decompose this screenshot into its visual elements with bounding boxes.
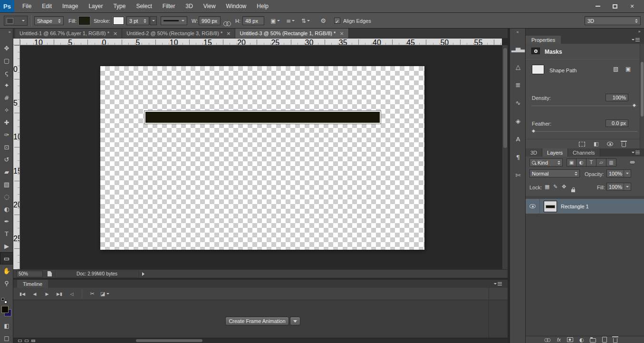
properties-scrollbar-thumb[interactable] (641, 62, 644, 117)
stroke-swatch[interactable] (113, 17, 124, 25)
clone-source-panel-icon[interactable]: ✄ (510, 166, 526, 184)
status-menu-arrow-icon[interactable] (142, 272, 144, 276)
navigator-panel-icon[interactable]: △ (510, 58, 526, 76)
play-button[interactable]: ▶ (41, 289, 53, 299)
mask-from-selection-icon[interactable] (579, 142, 585, 147)
path-alignment-button[interactable]: ≡ (284, 16, 297, 25)
feather-field[interactable]: 0.0 px (606, 119, 628, 127)
delete-mask-icon[interactable] (622, 142, 626, 147)
document-info[interactable]: Doc: 2.99M/0 bytes (55, 271, 139, 277)
create-frame-animation-dropdown[interactable] (290, 317, 300, 325)
align-edges-checkbox[interactable]: ✓ (334, 18, 340, 24)
timeline-panel-menu-icon[interactable] (494, 282, 502, 285)
lock-paint-icon[interactable]: ✎ (553, 184, 557, 190)
fill-opacity-field[interactable]: 100% (606, 183, 631, 191)
adjustments-panel-icon[interactable]: ≣ (510, 76, 526, 94)
move-tool[interactable]: ✥ (0, 42, 13, 54)
feather-slider-knob[interactable] (531, 129, 536, 134)
character-panel-icon[interactable]: A (510, 130, 526, 148)
timeline-option-icon[interactable] (31, 340, 35, 342)
lock-position-icon[interactable]: ✥ (562, 184, 566, 190)
brush-tool[interactable]: ✑ (0, 128, 13, 141)
gradient-tool[interactable]: ▧ (0, 178, 13, 190)
tab-channels[interactable]: Channels (568, 148, 600, 157)
default-colors-icon[interactable] (1, 298, 7, 304)
styles-panel-icon[interactable]: ◈ (510, 112, 526, 130)
spot-healing-brush-tool[interactable]: ✚ (0, 116, 13, 128)
maximize-button[interactable] (612, 3, 618, 10)
workspace-select[interactable]: 3D (585, 16, 641, 25)
expand-panels-icon[interactable]: « (510, 29, 525, 36)
blur-tool[interactable]: ◌ (0, 190, 13, 203)
opacity-field[interactable]: 100% (606, 169, 631, 177)
layer-visibility-cell[interactable] (526, 199, 540, 214)
feather-slider[interactable] (532, 131, 637, 132)
new-group-icon[interactable] (590, 338, 596, 343)
filter-type-layers-button[interactable]: T (586, 158, 596, 167)
paragraph-panel-icon[interactable]: ¶ (510, 148, 526, 166)
tab-close-icon[interactable]: × (339, 30, 344, 37)
new-adjustment-layer-icon[interactable]: ◐ (579, 337, 584, 343)
previous-frame-button[interactable]: ◀ (29, 289, 41, 299)
menu-item-image[interactable]: Image (57, 0, 83, 12)
collapse-toolbar-icon[interactable]: » (0, 29, 13, 35)
add-layer-mask-icon[interactable] (567, 337, 573, 342)
menu-item-select[interactable]: Select (131, 0, 157, 12)
document-tab[interactable]: Untitled-2 @ 50% (Rectangle 3, RGB/8) *× (122, 29, 235, 38)
layer-visibility-eye-icon[interactable] (529, 204, 536, 208)
tab-properties[interactable]: Properties (526, 36, 561, 44)
histogram-panel-icon[interactable]: ▂▅▃ (510, 39, 526, 58)
tab-close-icon[interactable]: × (113, 30, 117, 37)
layer-thumbnail[interactable] (544, 201, 557, 212)
create-frame-animation-button[interactable]: Create Frame Animation (225, 317, 289, 325)
quick-mask-button[interactable]: ◧ (0, 323, 13, 329)
hand-tool[interactable]: ✋ (0, 265, 13, 277)
menu-item-type[interactable]: Type (108, 0, 131, 12)
lock-transparency-icon[interactable]: ▦ (545, 184, 549, 190)
ruler-corner[interactable] (13, 39, 20, 45)
curves-panel-icon[interactable]: ∿ (510, 94, 526, 112)
density-slider[interactable] (532, 106, 637, 106)
minimize-button[interactable] (595, 3, 601, 10)
dodge-tool[interactable]: ◐ (0, 203, 13, 215)
crop-tool[interactable]: # (0, 91, 13, 104)
fill-swatch[interactable] (79, 17, 90, 25)
density-field[interactable]: 100% (606, 94, 628, 101)
ruler-horizontal[interactable]: 1050510152025303540455055 (20, 39, 502, 45)
menu-item-filter[interactable]: Filter (157, 0, 181, 12)
document-tab[interactable]: Untitled-3 @ 50% (Rectangle 1, RGB/8) *× (235, 29, 348, 38)
path-arrangement-button[interactable]: ⇅ (299, 16, 312, 25)
layer-filter-kind-select[interactable]: Kind (529, 158, 563, 167)
filter-adjustment-layers-button[interactable]: ◐ (577, 158, 586, 167)
tab-timeline[interactable]: Timeline (17, 280, 48, 288)
layer-row[interactable]: Rectangle 1 (526, 199, 644, 214)
scrollbar-thumb[interactable] (503, 48, 507, 148)
horizontal-type-tool[interactable]: T (0, 227, 13, 240)
mute-audio-button[interactable]: ◁ (66, 289, 78, 299)
zoom-tool[interactable]: ⚲ (0, 277, 13, 289)
filter-pixel-layers-button[interactable]: ▣ (567, 158, 577, 167)
link-layers-icon[interactable] (545, 338, 550, 341)
path-selection-tool[interactable]: ▶ (0, 240, 13, 252)
timeline-option-icon[interactable] (25, 340, 29, 342)
path-operations-button[interactable]: ▣ (269, 16, 281, 25)
stroke-style-select[interactable] (161, 16, 187, 25)
mask-visibility-eye-icon[interactable] (607, 142, 613, 146)
menu-item-file[interactable]: File (17, 0, 37, 12)
vector-mask-border-icon[interactable]: ▣ (625, 66, 631, 72)
go-to-first-frame-button[interactable]: ▮◀ (16, 289, 29, 299)
screen-mode-button[interactable]: □ (0, 335, 13, 342)
next-frame-button[interactable]: ▶▮ (53, 289, 66, 299)
shape-height-input[interactable]: 48 px (242, 16, 264, 25)
tab-close-icon[interactable]: × (226, 30, 231, 37)
filter-smart-objects-button[interactable]: ▥ (606, 158, 616, 167)
delete-layer-icon[interactable] (613, 338, 617, 343)
properties-scrollbar[interactable] (640, 44, 644, 148)
foreground-color-swatch[interactable] (1, 306, 9, 313)
stroke-width-field[interactable]: 3 pt (126, 16, 149, 25)
menu-item-layer[interactable]: Layer (83, 0, 108, 12)
eyedropper-tool[interactable]: ✧ (0, 104, 13, 116)
tool-mode-select[interactable]: Shape (34, 16, 64, 25)
tool-preset-picker[interactable] (4, 16, 28, 26)
menu-item-help[interactable]: Help (251, 0, 274, 12)
